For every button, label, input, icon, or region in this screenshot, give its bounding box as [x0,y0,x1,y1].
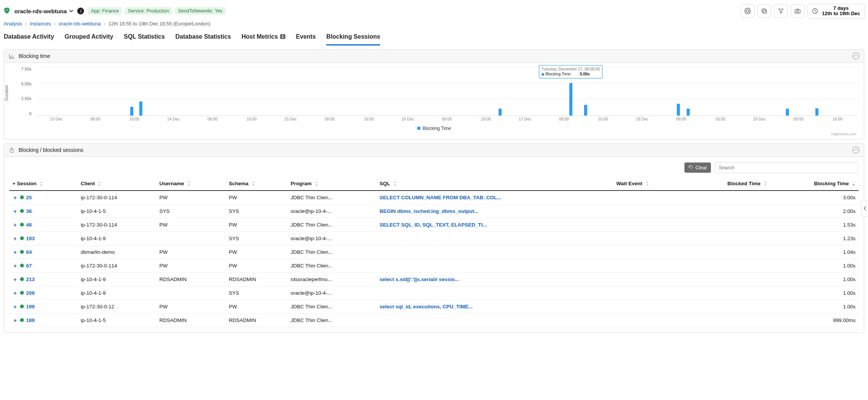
info-icon[interactable]: i [77,8,84,14]
col-blocking-time[interactable]: Blocking Time [770,177,859,191]
cell-sql [377,245,614,259]
expand-row-button[interactable]: + [12,208,18,214]
crumb-timerange: 12th 16:55 to 19th Dec 16:55 (Europe/Lon… [108,21,210,27]
chart-bar[interactable] [569,83,572,116]
tab-grouped-activity[interactable]: Grouped Activity [65,30,113,45]
chart-bar[interactable] [139,102,142,115]
shield-icon [3,7,11,15]
svg-point-3 [796,11,798,12]
table-row: +64dbmarlin-demoPWPWJDBC Thin Clien...1.… [9,245,859,259]
cell-wait-event [613,300,685,313]
status-dot-icon [20,318,24,322]
col-client[interactable]: Client [78,177,156,191]
sql-link[interactable]: SELECT SQL_ID, SQL_TEXT, ELAPSED_TI... [380,222,487,228]
expand-row-button[interactable]: + [12,235,18,242]
tab-database-statistics[interactable]: Database Statistics [175,30,231,45]
session-link[interactable]: 46 [26,222,32,228]
col-schema[interactable]: Schema [226,177,288,191]
crumb-instance[interactable]: oracle-rds-webtuna [59,21,101,27]
session-link[interactable]: 193 [26,236,35,241]
col-session[interactable]: + Session [9,177,78,191]
instance-selector[interactable]: oracle-rds-webtuna [14,8,73,14]
copy-button[interactable] [757,4,771,18]
tab-database-activity[interactable]: Database Activity [4,30,54,45]
sql-link[interactable]: select s.sid||':'||s.serial# sessio... [380,277,459,282]
cell-client: ip-10-4-1-9 [78,272,156,286]
collapse-panel-button[interactable] [852,53,859,59]
session-link[interactable]: 189 [26,317,35,323]
collapse-panel-button[interactable] [852,147,859,153]
col-sql[interactable]: SQL [377,177,614,191]
cell-program: JDBC Thin Clien... [288,300,377,313]
expand-row-button[interactable]: + [12,303,18,310]
tab-host-metrics[interactable]: Host Metrics1 [242,30,285,45]
session-link[interactable]: 36 [26,208,32,214]
status-dot-icon [20,277,24,281]
clear-label: Clear [695,165,707,170]
cell-schema: PW [226,218,288,231]
expand-row-button[interactable]: + [12,262,18,269]
search-input[interactable] [715,162,859,173]
expand-row-button[interactable]: + [12,194,18,201]
expand-row-button[interactable]: + [12,222,18,228]
snapshot-button[interactable] [791,4,804,18]
session-link[interactable]: 67 [26,263,32,269]
legend-dot-icon [417,127,421,130]
cell-wait-event [613,259,685,272]
chart-bar[interactable] [677,104,680,116]
session-link[interactable]: 208 [26,290,35,296]
cell-blocking-time: 2.00s [770,204,859,218]
time-range-button[interactable]: 7 days 12th to 19th Dec [807,4,865,19]
chart-bar[interactable] [786,109,789,115]
cell-schema: PW [226,300,288,313]
x-tick: 16:00 [481,117,491,121]
col-blocked-time[interactable]: Blocked Time [685,177,770,191]
cell-program: oracle@ip-10-4-... [288,204,377,218]
crumb-instances[interactable]: Instances [30,21,51,27]
cell-sql: BEGIN dbms_isched.log_dbms_output... [377,204,614,218]
sort-icon [98,181,101,186]
sql-link[interactable]: BEGIN dbms_isched.log_dbms_output... [380,208,478,214]
expand-row-button[interactable]: + [12,276,18,283]
chart-legend[interactable]: Blocking Time [9,123,859,132]
sql-link[interactable]: select sql_id, executions, CPU_TIME... [380,304,473,309]
col-program[interactable]: Program [288,177,377,191]
chart-bar[interactable] [687,109,690,115]
session-link[interactable]: 199 [26,304,35,309]
chart-bar[interactable] [130,107,133,115]
session-link[interactable]: 213 [26,277,35,282]
tab-blocking-sessions[interactable]: Blocking Sessions [326,30,380,45]
clear-button[interactable]: Clear [684,162,711,173]
tab-events[interactable]: Events [296,30,316,45]
sort-icon [645,181,649,186]
col-username[interactable]: Username [156,177,226,191]
session-link[interactable]: 64 [26,249,32,255]
chart-bar[interactable] [499,109,502,115]
cell-username: RDSADMIN [156,313,226,327]
cell-blocked-time [685,245,770,259]
expand-row-button[interactable]: + [12,249,18,255]
filter-button[interactable] [774,4,788,18]
tab-sql-statistics[interactable]: SQL Statistics [124,30,165,45]
settings-button[interactable] [741,4,754,18]
table-row: +193ip-10-4-1-9SYSoracle@ip-10-4-...1.23… [9,231,859,245]
gear-icon [744,8,751,14]
col-wait-event[interactable]: Wait Event [613,177,685,191]
chart-bar[interactable] [815,108,818,116]
expand-all[interactable]: + [12,181,16,186]
x-tick: 08:00 [90,117,100,121]
chart-area[interactable]: Duration 7.50s5.00s2.50s0 Tuesday, Decem… [4,63,864,139]
cell-program: oracle@ip-10-4-... [288,231,377,245]
expand-row-button[interactable]: + [12,317,18,323]
side-expand-tab[interactable] [861,200,868,217]
sql-link[interactable]: SELECT COLUMN_NAME FROM DBA_TAB_COL... [380,195,502,200]
expand-row-button[interactable]: + [12,290,18,296]
camera-icon [794,8,801,14]
table-header-row: + Session Client Username Schema P [9,177,859,191]
chart-bar[interactable] [584,105,587,116]
session-link[interactable]: 25 [26,195,32,200]
sort-icon [315,181,318,186]
cell-blocked-time [685,313,770,327]
crumb-analysis[interactable]: Analysis [4,21,22,27]
cell-client: ip-10-4-1-9 [78,231,156,245]
